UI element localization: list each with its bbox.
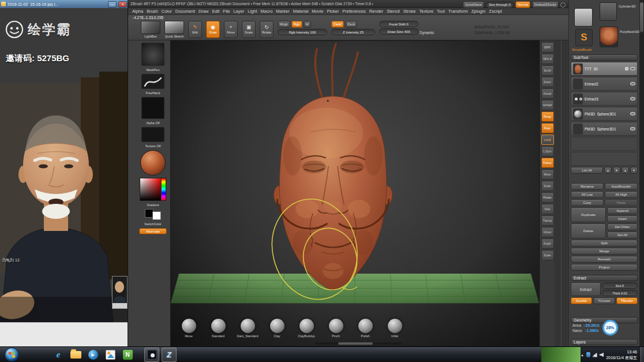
right-shelf-button[interactable]: Transp xyxy=(541,215,554,226)
subtool-item-empty[interactable] xyxy=(571,137,638,151)
merge-button[interactable]: Merge xyxy=(571,248,638,255)
right-shelf-button[interactable]: Move xyxy=(541,169,554,180)
ie-icon[interactable]: e xyxy=(51,348,66,362)
quick-sketch-button[interactable]: Quick Sketch xyxy=(164,21,184,38)
all-low-button[interactable]: All Low xyxy=(571,191,604,198)
remesh-button[interactable]: Remesh xyxy=(571,256,638,263)
memory-percent-ball[interactable]: 28% xyxy=(602,320,618,335)
quicksave-button[interactable]: QuickSave xyxy=(463,1,484,8)
draw-mode-button[interactable]: ◉ Draw xyxy=(206,21,220,38)
menu-item[interactable]: Material xyxy=(291,9,310,14)
delete-button[interactable]: Delete xyxy=(571,223,606,238)
right-shelf-button[interactable]: Actual xyxy=(541,88,554,99)
stroke-thumbnail[interactable] xyxy=(141,74,164,89)
rgb-intensity-slider[interactable]: Rgb Intensity 100 xyxy=(278,29,327,35)
menu-item[interactable]: Tool xyxy=(435,9,447,14)
subtool-move-up-icon[interactable]: ▲ xyxy=(621,167,629,174)
simplebrush-icon[interactable]: S xyxy=(575,29,593,46)
close-button[interactable]: × xyxy=(118,1,127,8)
right-shelf-button[interactable]: Local xyxy=(541,135,554,145)
duplicate-button[interactable]: Duplicate xyxy=(571,207,606,222)
insert-button[interactable]: Insert xyxy=(607,215,638,222)
menu-item[interactable]: Color xyxy=(160,9,174,14)
panel-scrollbar[interactable] xyxy=(639,0,644,346)
rotate-mode-button[interactable]: ↻ Rotate xyxy=(260,21,274,38)
recent-tool-thumbnail[interactable] xyxy=(574,8,593,27)
tray-expand-icon[interactable]: ▲ xyxy=(581,353,584,357)
see-through-slider[interactable]: See through 0 xyxy=(486,2,514,8)
list-all-button[interactable]: List All xyxy=(571,167,603,174)
move-mode-button[interactable]: + Move xyxy=(224,21,238,38)
zsub-toggle[interactable]: Zsub xyxy=(345,21,357,28)
paste-button[interactable]: Paste xyxy=(605,199,638,206)
switch-color-control[interactable] xyxy=(145,209,161,220)
brush-thumbnail[interactable]: ClayBuildup xyxy=(293,319,320,338)
video-window-titlebar[interactable]: 2016-11-02_15-16-19.jpg (... — × xyxy=(0,0,128,8)
menu-item[interactable]: Stroke xyxy=(402,9,418,14)
right-shelf-button[interactable]: Scale xyxy=(541,250,554,260)
menu-item[interactable]: Marker xyxy=(274,9,291,14)
show-desktop-button[interactable] xyxy=(641,347,644,362)
alpha-thumbnail[interactable] xyxy=(141,97,164,119)
color-picker[interactable] xyxy=(140,178,166,201)
cylinder3d-thumbnail[interactable] xyxy=(600,2,617,21)
menu-item[interactable]: Render xyxy=(368,9,385,14)
subtool-move-down-icon[interactable]: ▼ xyxy=(630,167,638,174)
right-shelf-button[interactable]: L.Sym xyxy=(541,146,554,156)
right-shelf-button[interactable]: Persp xyxy=(541,111,554,122)
right-shelf-button[interactable]: Scale xyxy=(541,181,554,191)
subtool-item[interactable]: PM3D_Sphere3D1 xyxy=(571,107,638,121)
volume-tray-icon[interactable] xyxy=(600,353,604,357)
menu-item[interactable]: Texture xyxy=(417,9,435,14)
del-other-button[interactable]: Del Other xyxy=(607,223,638,230)
split-button[interactable]: Split xyxy=(571,240,638,247)
tborder-toggle[interactable]: TBorder xyxy=(616,297,638,304)
color-saturation-square[interactable] xyxy=(140,178,161,200)
menu-item[interactable]: Stencil xyxy=(385,9,402,14)
right-shelf-button[interactable]: Frame xyxy=(541,158,554,168)
right-shelf-button[interactable]: SPix 8 xyxy=(541,54,554,64)
network-tray-icon[interactable] xyxy=(593,353,597,357)
zadd-toggle[interactable]: Zadd xyxy=(331,21,344,28)
brush-thumbnail[interactable]: Pinch xyxy=(323,319,349,338)
edit-mode-button[interactable]: ✎ Edit xyxy=(188,21,202,38)
secondary-color-swatch[interactable] xyxy=(152,211,161,220)
minimize-button[interactable]: — xyxy=(108,1,117,8)
alternate-button[interactable]: Alternate xyxy=(139,228,167,234)
subtool-up-icon[interactable]: ▲ xyxy=(604,167,612,174)
mrgb-toggle[interactable]: Mrgb xyxy=(278,21,290,28)
start-button[interactable] xyxy=(5,348,19,362)
menu-item[interactable]: Document xyxy=(174,9,197,14)
brush-thumbnail[interactable]: Inflat xyxy=(381,319,408,338)
brush-thumbnail[interactable]: Polish xyxy=(352,319,379,338)
video-controls-bar[interactable] xyxy=(0,322,128,346)
focal-shift-slider[interactable]: Focal Shift 0 xyxy=(379,21,418,27)
eye-icon[interactable] xyxy=(630,97,635,100)
extract-button[interactable]: Extract xyxy=(571,282,601,296)
all-high-button[interactable]: All High xyxy=(605,191,638,198)
image-viewer-icon[interactable] xyxy=(103,348,118,362)
canvas-horizontal-scrollbar[interactable] xyxy=(315,342,402,345)
m-toggle[interactable]: M xyxy=(304,21,311,28)
dynamic-toggle[interactable]: Dynamic xyxy=(420,31,434,35)
autoreorder-button[interactable]: AutoReorder xyxy=(605,183,638,190)
right-shelf-button[interactable]: BPR xyxy=(541,42,554,53)
scale-mode-button[interactable]: ▣ Scale xyxy=(242,21,256,38)
norma-button[interactable]: Norma xyxy=(515,1,530,8)
brush-thumbnail[interactable]: Dam_Standard xyxy=(234,319,261,338)
current-brush-thumbnail[interactable] xyxy=(141,43,164,66)
copy-button[interactable]: Copy xyxy=(571,199,604,206)
menu-item[interactable]: Draw xyxy=(197,9,211,14)
right-shelf-button[interactable]: AAHalf xyxy=(541,100,554,110)
right-shelf-button[interactable]: PolyF xyxy=(541,238,554,249)
subtool-item[interactable]: Extract3 xyxy=(571,92,638,106)
notepad-app-icon[interactable]: N xyxy=(120,348,135,362)
brush-thumbnail[interactable]: Move xyxy=(175,319,202,338)
menu-item[interactable]: Brush xyxy=(145,9,160,14)
menu-circle-icon[interactable] xyxy=(560,2,566,8)
layers-section-header[interactable]: Layers xyxy=(571,339,638,345)
double-toggle[interactable]: Double xyxy=(571,297,592,304)
menu-item[interactable]: Movie xyxy=(310,9,325,14)
project-button[interactable]: Project xyxy=(571,264,638,271)
eye-icon[interactable] xyxy=(630,67,635,70)
